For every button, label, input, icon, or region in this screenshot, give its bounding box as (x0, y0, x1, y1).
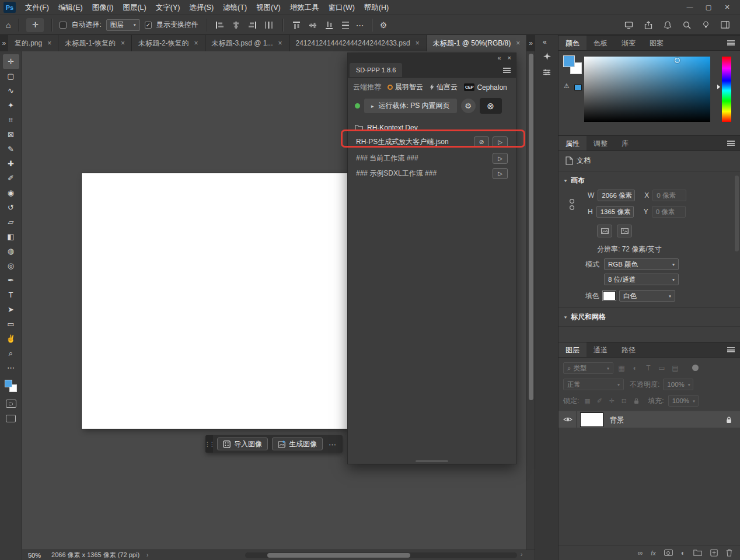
new-group-icon[interactable] (693, 550, 702, 556)
tool-crop[interactable]: ⌗ (3, 113, 19, 127)
more-align-options-icon[interactable]: ⋯ (356, 20, 364, 30)
tab-close-icon[interactable]: × (194, 39, 198, 47)
tab-patterns[interactable]: 图案 (643, 36, 671, 50)
generate-image-button[interactable]: 生成图像 (272, 438, 323, 450)
layer-filter-dropdown[interactable]: ⌕ 类型 ▾ (563, 362, 613, 374)
current-tool-icon[interactable]: ✛ (26, 18, 44, 32)
zoom-level-field[interactable]: 50% (28, 552, 41, 559)
tool-dodge[interactable]: ◎ (3, 258, 19, 273)
rulers-section-header[interactable]: ▾ 标尺和网格 (564, 312, 606, 322)
color-mode-dropdown[interactable]: RGB 颜色 ▾ (604, 258, 679, 270)
import-image-button[interactable]: 导入图像 (217, 438, 268, 450)
tool-history-brush[interactable]: ↺ (3, 200, 19, 215)
menu-item-filter[interactable]: 滤镜(T) (218, 0, 252, 15)
document-tab-active[interactable]: 未标题-1 @ 50%(RGB/8) × (427, 35, 528, 51)
document-tab-1[interactable]: 复的.png × (8, 35, 58, 51)
constrain-link-icon[interactable] (569, 193, 575, 216)
tool-zoom[interactable]: ⌕ (3, 346, 19, 360)
filter-type-layers-icon[interactable]: T (643, 364, 654, 372)
filter-toggle-switch[interactable] (692, 365, 699, 371)
tab-color[interactable]: 颜色 (559, 36, 587, 50)
filter-smart-object-icon[interactable]: ▤ (670, 364, 680, 372)
gamut-warning-icon[interactable]: ⚠ (564, 82, 570, 90)
tab-overflow-icon[interactable]: » (527, 35, 535, 51)
tool-move[interactable]: ✛ (3, 54, 19, 69)
web-color-swatch[interactable] (574, 85, 582, 90)
notifications-bell-icon[interactable] (664, 21, 672, 29)
tab-gradients[interactable]: 渐变 (615, 36, 643, 50)
horizontal-scrollbar[interactable] (245, 552, 517, 558)
foreground-background-swatches[interactable] (5, 380, 18, 393)
height-field[interactable]: 1365 像素 (596, 206, 634, 218)
document-tab-4[interactable]: 未标题-3.psd @ 1... × (205, 35, 289, 51)
align-center-h-icon[interactable] (231, 19, 242, 31)
tab-properties[interactable]: 属性 (559, 136, 587, 150)
menu-item-type[interactable]: 文字(Y) (151, 0, 185, 15)
menu-item-file[interactable]: 文件(F) (20, 0, 54, 15)
tool-frame[interactable]: ⊠ (3, 127, 19, 142)
tool-path-selection[interactable]: ➤ (3, 302, 19, 317)
add-layer-mask-icon[interactable] (664, 550, 673, 556)
panel-menu-icon[interactable] (503, 68, 511, 73)
adjustment-layer-icon[interactable]: ◐ (681, 549, 685, 557)
align-top-icon[interactable] (291, 19, 302, 31)
workflow-row-current[interactable]: ### 当前工作流 ### ▷ (352, 151, 512, 165)
run-workflow-button[interactable]: ▷ (493, 168, 508, 179)
tool-settings-gear-icon[interactable]: ⚙ (380, 20, 388, 30)
panel-menu-icon[interactable] (727, 141, 735, 146)
menu-item-help[interactable]: 帮助(H) (359, 0, 393, 15)
tab-swatches[interactable]: 色板 (587, 36, 615, 50)
toolbar-expand-icon[interactable]: » (0, 35, 8, 51)
workflow-file-row[interactable]: RH-PS生成式放大客户端.json ⊘ ▷ (352, 134, 512, 150)
scroll-right-arrow-icon[interactable]: › (521, 551, 522, 558)
tool-rectangle[interactable]: ▭ (3, 317, 19, 331)
layer-thumbnail[interactable] (580, 412, 603, 427)
auto-select-target-dropdown[interactable]: 图层 ▾ (106, 19, 140, 31)
tool-marquee[interactable]: ▢ (3, 69, 19, 83)
tool-type[interactable]: T (3, 288, 19, 302)
tab-channels[interactable]: 通道 (587, 342, 615, 357)
unlink-workflow-button[interactable]: ⊘ (474, 136, 489, 148)
canvas-fill-swatch[interactable] (603, 291, 616, 300)
menu-item-layer[interactable]: 图层(L) (118, 0, 151, 15)
delete-layer-trash-icon[interactable] (726, 549, 732, 556)
dock-history-icon[interactable] (539, 65, 554, 79)
panel-close-icon[interactable]: × (508, 54, 511, 61)
disconnect-button[interactable]: ⊗ (480, 98, 502, 114)
runtime-selector-button[interactable]: ▸ 运行载体: PS 内置网页 (364, 99, 457, 113)
workflow-row-sdxl-example[interactable]: ### 示例SDXL工作流 ### ▷ (352, 166, 512, 180)
panel-menu-icon[interactable] (727, 347, 735, 352)
foreground-color-swatch[interactable] (5, 380, 12, 387)
panel-collapse-icon[interactable]: « (497, 54, 501, 61)
window-minimize-button[interactable]: — (680, 4, 699, 11)
cloud-link-xiangong[interactable]: 仙宫云 (430, 82, 458, 92)
search-icon[interactable] (683, 21, 691, 29)
show-transform-checkbox[interactable]: ✓ (145, 22, 152, 29)
document-canvas[interactable] (82, 173, 347, 429)
menu-item-window[interactable]: 窗口(W) (324, 0, 359, 15)
discover-lightbulb-icon[interactable] (702, 21, 710, 29)
lock-paint-icon[interactable]: ✐ (595, 397, 603, 405)
lock-all-icon[interactable] (632, 398, 640, 404)
vertical-scrollbar[interactable] (526, 51, 535, 550)
lock-transparency-icon[interactable]: ▦ (583, 397, 591, 405)
run-workflow-button[interactable]: ▷ (493, 136, 508, 148)
cloud-link-chenyu[interactable]: 晨羽智云 (388, 82, 423, 92)
tab-close-icon[interactable]: × (416, 39, 420, 47)
align-bottom-icon[interactable] (323, 19, 335, 31)
tool-pen[interactable]: ✒ (3, 273, 19, 288)
tab-layers[interactable]: 图层 (559, 342, 587, 357)
tool-object-selection[interactable]: ✦ (3, 98, 19, 113)
tool-gradient[interactable]: ◧ (3, 229, 19, 244)
workflow-folder-row[interactable]: RH-Kontext Dev (353, 124, 511, 132)
layer-row-background[interactable]: 背景 (559, 411, 740, 428)
image-size-button[interactable] (597, 225, 612, 237)
screen-m ode-icon[interactable] (6, 415, 16, 422)
lock-position-icon[interactable]: ✛ (608, 397, 616, 405)
tool-lasso[interactable]: ∿ (3, 83, 19, 98)
layer-visibility-eye-icon[interactable] (563, 416, 573, 423)
workspace-switcher-icon[interactable] (721, 21, 729, 29)
plugin-tab[interactable]: SD-PPP 1.8.6 (350, 63, 402, 77)
toolbar-more-button[interactable]: ··· (327, 440, 338, 449)
tab-close-icon[interactable]: × (516, 39, 520, 47)
